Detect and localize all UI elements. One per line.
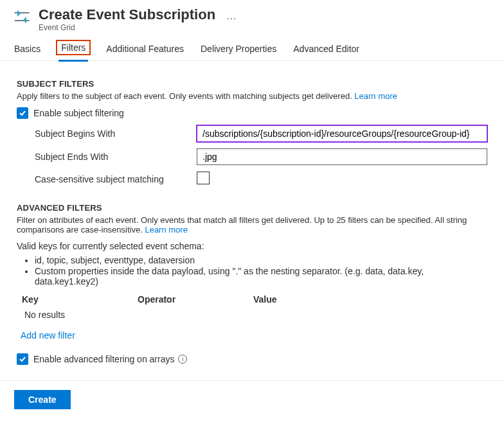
subject-begins-with-input[interactable] [197,125,487,142]
tab-advanced-editor[interactable]: Advanced Editor [292,40,361,60]
case-sensitive-label: Case-sensitive subject matching [17,174,197,184]
advanced-filters-help: Filter on attributes of each event. Only… [17,215,467,234]
enable-subject-filtering-label: Enable subject filtering [33,108,124,118]
enable-subject-filtering-checkbox[interactable] [17,107,28,119]
enable-array-filtering-label: Enable advanced filtering on arrays [33,354,174,364]
subject-filters-learn-more-link[interactable]: Learn more [354,91,397,101]
subject-ends-with-label: Subject Ends With [17,152,197,162]
info-icon[interactable]: i [178,355,187,364]
svg-marker-2 [17,10,21,17]
tab-additional-features[interactable]: Additional Features [105,40,185,60]
tab-bar: Basics Filters Additional Features Deliv… [0,36,504,61]
valid-keys-builtin: id, topic, subject, eventtype, dataversi… [35,255,487,265]
filters-no-results: No results [24,310,487,320]
valid-keys-custom: Custom properties inside the data payloa… [35,266,487,287]
enable-array-filtering-checkbox[interactable] [17,353,28,365]
case-sensitive-checkbox[interactable] [197,172,210,184]
svg-rect-1 [15,20,30,21]
svg-rect-0 [15,12,30,13]
filters-col-key: Key [22,294,138,305]
advanced-filters-heading: ADVANCED FILTERS [17,203,487,213]
advanced-filters-learn-more-link[interactable]: Learn more [145,225,187,234]
valid-keys-intro: Valid keys for currently selected event … [17,241,487,251]
subject-filters-help: Apply filters to the subject of each eve… [17,91,354,101]
page-title: Create Event Subscription [39,6,215,23]
svg-marker-3 [23,17,26,24]
subject-ends-with-input[interactable] [197,148,487,165]
add-new-filter-link[interactable]: Add new filter [21,330,75,340]
subject-begins-with-label: Subject Begins With [17,128,197,139]
create-button[interactable]: Create [14,390,71,409]
filters-col-value: Value [253,294,487,305]
more-icon[interactable]: ··· [227,13,237,23]
filters-col-operator: Operator [138,294,253,305]
tab-filters[interactable]: Filters [56,40,91,55]
event-subscription-icon [13,8,31,26]
tab-delivery-properties[interactable]: Delivery Properties [199,40,278,60]
subject-filters-heading: SUBJECT FILTERS [17,79,487,89]
page-subtitle: Event Grid [39,23,215,32]
tab-basics[interactable]: Basics [13,40,42,60]
